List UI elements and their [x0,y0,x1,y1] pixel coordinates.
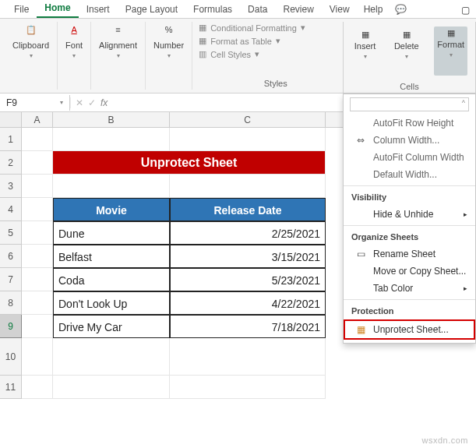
title-banner[interactable]: Unprotect Sheet [53,151,326,175]
tab-review[interactable]: Review [275,1,321,18]
delete-icon: ▦ [403,30,411,40]
table-header-movie[interactable]: Movie [53,198,170,221]
menu-move-copy-sheet[interactable]: Move or Copy Sheet... [344,263,475,280]
col-header[interactable]: B [53,112,170,127]
format-cells-button[interactable]: ▦Format▾ [434,26,467,76]
chevron-down-icon: ▾ [167,52,171,60]
col-header[interactable]: C [170,112,326,127]
tab-page-layout[interactable]: Page Layout [118,1,185,18]
row-header[interactable]: 1 [0,128,22,151]
row-header[interactable]: 3 [0,175,22,198]
group-clipboard: 📋 Clipboard ▾ [5,22,58,90]
tab-view[interactable]: View [322,1,358,18]
table-cell[interactable]: 5/23/2021 [170,268,326,291]
font-icon: A [67,25,81,39]
row-header[interactable]: 7 [0,268,22,291]
watermark: wsxdn.com [421,436,468,445]
clipboard-icon: 📋 [24,25,38,39]
row-header[interactable]: 11 [0,376,22,399]
select-all-triangle[interactable] [0,112,22,127]
format-as-table-button[interactable]: ▦Format as Table ▾ [197,35,354,47]
menu-unprotect-sheet[interactable]: ▦Unprotect Sheet... [344,319,475,340]
cond-format-icon: ▦ [199,23,206,33]
table-cell[interactable]: Belfast [53,245,170,268]
unprotect-icon: ▦ [354,324,367,335]
table-cell[interactable]: Coda [53,268,170,291]
table-header-date[interactable]: Release Date [170,198,326,221]
chevron-right-icon: ▸ [464,210,467,218]
menu-rename-sheet[interactable]: ▭Rename Sheet [344,245,475,263]
cells-panel: ▦Insert▾ ▦Delete▾ ▦Format▾ Cells [343,22,476,93]
group-label-cells: Cells [400,80,418,93]
group-styles: ▦Conditional Formatting ▾ ▦Format as Tab… [192,22,359,90]
ribbon-tabs: File Home Insert Page Layout Formulas Da… [0,0,476,19]
menu-hide-unhide[interactable]: Hide & Unhide▸ [344,206,475,223]
table-cell[interactable]: 7/18/2021 [170,315,326,338]
alignment-button[interactable]: ≡ Alignment ▾ [96,22,140,63]
table-cell[interactable]: Drive My Car [53,315,170,338]
row-header[interactable]: 10 [0,338,22,376]
chevron-down-icon: ▾ [30,52,33,60]
col-width-icon: ⇔ [354,135,367,146]
fx-icon: fх [100,97,108,108]
menu-default-width[interactable]: Default Width... [344,166,475,183]
number-button[interactable]: % Number ▾ [150,22,187,63]
insert-cells-button[interactable]: ▦Insert▾ [351,26,379,76]
menu-autofit-column-width[interactable]: AutoFit Column Width [344,149,475,166]
share-icon: ▢ [461,5,470,16]
row-header[interactable]: 6 [0,245,22,268]
cell-styles-button[interactable]: ▥Cell Styles ▾ [197,48,354,60]
delete-cells-button[interactable]: ▦Delete▾ [391,26,422,76]
enter-icon: ✓ [88,97,96,108]
dropdown-search[interactable] [350,97,469,111]
table-cell[interactable]: Don't Look Up [53,291,170,315]
paste-button[interactable]: 📋 Clipboard ▾ [9,22,52,63]
row-header[interactable]: 5 [0,221,22,245]
tab-formulas[interactable]: Formulas [185,1,240,18]
group-alignment: ≡ Alignment ▾ [91,22,146,90]
btn-label: Font [65,41,83,51]
tab-file[interactable]: File [6,1,37,18]
group-number: % Number ▾ [146,22,192,90]
cellstyles-icon: ▥ [199,49,206,59]
row-header[interactable]: 8 [0,291,22,315]
col-header[interactable]: A [22,112,53,127]
menu-section-organize: Organize Sheets [344,228,475,245]
table-cell[interactable]: 4/22/2021 [170,291,326,315]
table-cell[interactable]: 2/25/2021 [170,221,326,245]
tab-data[interactable]: Data [240,1,275,18]
menu-section-protection: Protection [344,302,475,319]
tab-insert[interactable]: Insert [79,1,118,18]
chevron-right-icon: ▸ [464,284,467,292]
btn-label: Number [153,41,184,51]
row-header[interactable]: 4 [0,198,22,221]
menu-column-width[interactable]: ⇔Column Width... [344,132,475,149]
format-dropdown: AutoFit Row Height ⇔Column Width... Auto… [343,93,476,344]
row-header[interactable]: 9 [0,315,22,338]
insert-icon: ▦ [361,30,369,40]
group-font: A Font ▾ [58,22,91,90]
menu-autofit-row-height[interactable]: AutoFit Row Height [344,115,475,132]
row-header[interactable]: 2 [0,151,22,175]
name-box[interactable]: F9▾ [0,95,70,111]
chevron-down-icon: ▾ [72,52,76,60]
cancel-icon: ✕ [76,97,83,108]
table-cell[interactable]: 3/15/2021 [170,245,326,268]
percent-icon: % [162,25,176,39]
format-icon: ▦ [447,28,455,38]
table-icon: ▦ [199,36,206,46]
comments-icon[interactable]: 💬 [389,1,413,18]
tab-home[interactable]: Home [37,0,78,18]
menu-tab-color[interactable]: Tab Color▸ [344,280,475,297]
align-icon: ≡ [111,25,125,39]
share-button[interactable]: ▢ [455,2,476,18]
table-cell[interactable]: Dune [53,221,170,245]
tab-help[interactable]: Help [358,1,390,18]
chevron-down-icon: ▾ [60,99,63,106]
rename-icon: ▭ [354,249,367,259]
btn-label: Clipboard [12,41,49,51]
btn-label: Alignment [99,41,137,51]
font-button[interactable]: A Font ▾ [62,22,86,63]
conditional-formatting-button[interactable]: ▦Conditional Formatting ▾ [197,22,354,34]
chevron-down-icon: ▾ [117,52,120,60]
